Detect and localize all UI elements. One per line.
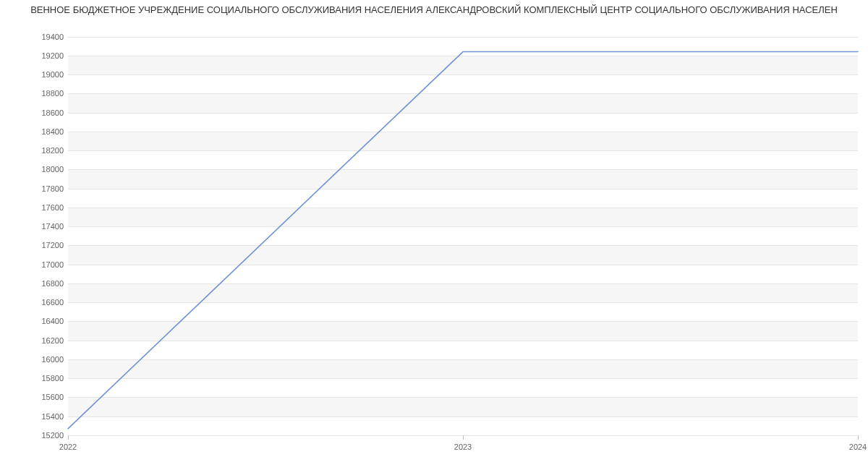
y-tick-label: 16600 [41,298,64,307]
chart-container: ВЕННОЕ БЮДЖЕТНОЕ УЧРЕЖДЕНИЕ СОЦИАЛЬНОГО … [0,0,868,470]
y-tick-label: 18200 [41,146,64,155]
y-tick-label: 15600 [41,393,64,401]
y-tick-label: 16000 [41,355,64,364]
y-tick-label: 19200 [41,51,64,60]
y-tick-label: 15400 [41,412,64,421]
y-tick-label: 16200 [41,336,64,345]
line-layer [68,32,858,435]
y-tick-label: 18800 [41,89,64,98]
y-tick-label: 15200 [41,431,64,440]
y-tick-label: 17800 [41,184,64,193]
chart-title: ВЕННОЕ БЮДЖЕТНОЕ УЧРЕЖДЕНИЕ СОЦИАЛЬНОГО … [0,4,868,15]
y-tick-label: 19400 [41,33,64,41]
plot-area [68,32,858,436]
x-tick-label: 2022 [59,443,77,451]
y-tick-label: 18400 [41,127,64,136]
y-tick-label: 17400 [41,222,64,231]
y-tick-label: 16400 [41,317,64,325]
y-tick-label: 18600 [41,108,64,117]
y-tick-label: 19000 [41,70,64,79]
x-tick-label: 2024 [849,443,867,451]
y-tick-label: 16800 [41,279,64,288]
x-tick-mark [68,435,69,440]
series-line [68,52,858,429]
y-tick-label: 17200 [41,241,64,249]
y-tick-label: 17000 [41,260,64,269]
x-tick-mark [463,435,464,440]
x-tick-mark [858,435,859,440]
x-tick-label: 2023 [454,443,472,451]
y-tick-label: 17600 [41,203,64,212]
y-tick-label: 18000 [41,165,64,174]
y-tick-label: 15800 [41,374,64,383]
